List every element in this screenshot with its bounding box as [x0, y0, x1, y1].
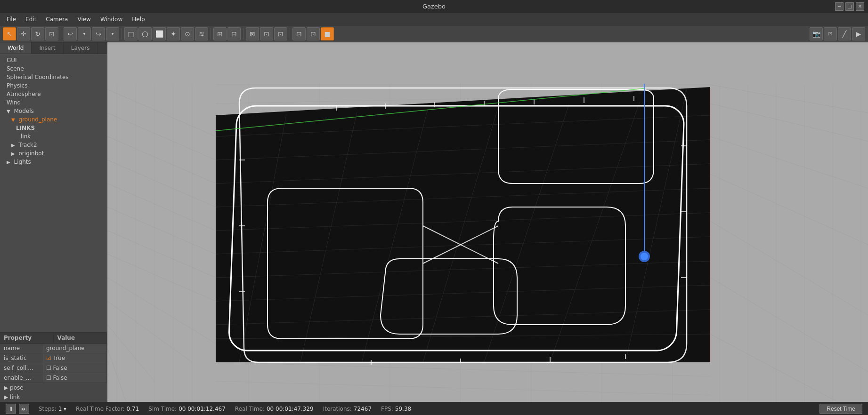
tree-item-links[interactable]: LINKS — [0, 124, 107, 132]
fps-value: 59.38 — [395, 406, 411, 412]
menu-file[interactable]: File — [3, 15, 20, 24]
steps-label: Steps: — [39, 406, 57, 412]
maximize-button[interactable]: □ — [845, 2, 854, 11]
reset-time-button[interactable]: Reset Time — [819, 404, 862, 414]
align-button[interactable]: ⊟ — [227, 27, 241, 40]
prop-val-name: ground_plane — [42, 343, 107, 353]
tree-item-ground-plane[interactable]: ▼ ground_plane — [0, 115, 107, 124]
tab-world[interactable]: World — [0, 42, 32, 54]
rotate-tool-button[interactable]: ↻ — [31, 27, 44, 40]
record-btn[interactable]: ⊡ — [292, 27, 306, 40]
viewport[interactable] — [107, 42, 868, 402]
prop-section-pose[interactable]: ▶ pose — [0, 383, 107, 392]
menu-help[interactable]: Help — [128, 15, 148, 24]
tree-item-wind[interactable]: Wind — [0, 98, 107, 107]
toolbar-sep-4 — [243, 28, 243, 40]
insert-dirlight-button[interactable]: ≋ — [195, 27, 208, 40]
prop-row-name[interactable]: name ground_plane — [0, 343, 107, 353]
screenshot-button[interactable]: 📷 — [810, 27, 823, 40]
video-record-button[interactable]: ⊡ — [824, 27, 837, 40]
window-title: Gazebo — [422, 3, 446, 10]
prop-val-enable: ☐ False — [42, 373, 107, 383]
viewport-canvas — [107, 42, 868, 402]
menu-camera[interactable]: Camera — [42, 15, 72, 24]
properties-panel: Property Value name ground_plane is_stat… — [0, 332, 107, 402]
joint-button[interactable]: ⊠ — [246, 27, 259, 40]
toolbar-sep-5 — [290, 28, 290, 40]
titlebar: Gazebo ─ □ ✕ — [0, 0, 868, 13]
menu-window[interactable]: Window — [97, 15, 126, 24]
prop-row-self-coll[interactable]: self_colli... ☐ False — [0, 363, 107, 373]
select-tool-button[interactable]: ↖ — [3, 27, 16, 40]
tree-item-spherical[interactable]: Spherical Coordinates — [0, 73, 107, 81]
undo-button[interactable]: ↩ — [64, 27, 77, 40]
redo-dropdown-button[interactable]: ▾ — [106, 27, 119, 40]
toolbar-right: 📷 ⊡ ╱ ▶ — [810, 27, 865, 40]
world-tree: GUI Scene Spherical Coordinates Physics … — [0, 54, 107, 332]
realtime-label: Real Time Factor: — [76, 406, 124, 412]
realtime-value: 0.71 — [127, 406, 139, 412]
realtime2-item: Real Time: 00 00:01:47.329 — [235, 406, 314, 412]
insert-pointlight-button[interactable]: ✦ — [167, 27, 180, 40]
iter-value: 72467 — [354, 406, 372, 412]
steps-item: Steps: 1 ▾ — [39, 406, 66, 412]
insert-cylinder-button[interactable]: ⬜ — [153, 27, 166, 40]
prop-val-self-coll: ☐ False — [42, 363, 107, 373]
tree-item-scene[interactable]: Scene — [0, 64, 107, 73]
simtime-value: 00 00:01:12.467 — [178, 406, 226, 412]
step-button[interactable]: ⏭ — [19, 404, 29, 414]
undo-dropdown-button[interactable]: ▾ — [78, 27, 91, 40]
orange-mode-button[interactable]: ■ — [321, 27, 334, 40]
tool2[interactable]: ⊡ — [274, 27, 287, 40]
prop-col-property: Property — [0, 333, 54, 343]
tree-item-track2[interactable]: ▶ Track2 — [0, 141, 107, 149]
main-layout: World Insert Layers GUI Scene Spherical … — [0, 42, 868, 402]
prop-val-is-static: ☑ True — [42, 353, 107, 363]
prop-key-self-coll: self_colli... — [0, 363, 42, 373]
tree-item-lights[interactable]: ▶ Lights — [0, 158, 107, 166]
simtime-item: Sim Time: 00 00:01:12.467 — [148, 406, 226, 412]
prop-key-enable: enable_... — [0, 373, 42, 383]
tab-layers[interactable]: Layers — [64, 42, 98, 54]
steps-value: 1 ▾ — [58, 406, 66, 412]
prop-section-link[interactable]: ▶ link — [0, 392, 107, 402]
prop-row-enable[interactable]: enable_... ☐ False — [0, 373, 107, 383]
play-controls: ⏸ ⏭ — [6, 404, 29, 414]
prop-key-is-static: is_static — [0, 353, 42, 363]
menu-edit[interactable]: Edit — [22, 15, 40, 24]
tab-insert[interactable]: Insert — [32, 42, 63, 54]
tree-item-gui[interactable]: GUI — [0, 56, 107, 64]
tree-item-atmosphere[interactable]: Atmosphere — [0, 90, 107, 98]
menu-view[interactable]: View — [73, 15, 94, 24]
iter-label: Iterations: — [323, 406, 352, 412]
tree-item-physics[interactable]: Physics — [0, 81, 107, 90]
window-controls[interactable]: ─ □ ✕ — [835, 2, 864, 11]
plot-button[interactable]: ╱ — [838, 27, 851, 40]
insert-box-button[interactable]: □ — [124, 27, 138, 40]
scale-tool-button[interactable]: ⊡ — [45, 27, 58, 40]
prop-key-name: name — [0, 343, 42, 353]
prop-header: Property Value — [0, 333, 107, 343]
fps-label: FPS: — [381, 406, 393, 412]
tree-item-models[interactable]: ▼ Models — [0, 107, 107, 115]
toolbar: ↖ ✛ ↻ ⊡ ↩ ▾ ↪ ▾ □ ○ ⬜ ✦ ⊙ ≋ ⊞ ⊟ ⊠ ⊡ ⊡ ⊡ … — [0, 25, 868, 42]
realtime-item: Real Time Factor: 0.71 — [76, 406, 139, 412]
snap-button[interactable]: ⊞ — [213, 27, 227, 40]
minimize-button[interactable]: ─ — [835, 2, 844, 11]
simtime-label: Sim Time: — [148, 406, 177, 412]
redo-button[interactable]: ↪ — [92, 27, 105, 40]
insert-sphere-button[interactable]: ○ — [138, 27, 152, 40]
insert-spotlight-button[interactable]: ⊙ — [181, 27, 194, 40]
tree-item-link[interactable]: link — [0, 132, 107, 141]
close-button[interactable]: ✕ — [856, 2, 864, 11]
realtime2-label: Real Time: — [235, 406, 265, 412]
pause-button[interactable]: ⏸ — [6, 404, 16, 414]
measure-button[interactable]: ⊡ — [260, 27, 273, 40]
iter-item: Iterations: 72467 — [323, 406, 372, 412]
translate-tool-button[interactable]: ✛ — [17, 27, 30, 40]
tree-item-originbot[interactable]: ▶ originbot — [0, 149, 107, 158]
prop-row-is-static[interactable]: is_static ☑ True — [0, 353, 107, 363]
fullscreen-button[interactable]: ▶ — [852, 27, 865, 40]
tool3[interactable]: ⊡ — [307, 27, 320, 40]
fps-item: FPS: 59.38 — [381, 406, 411, 412]
